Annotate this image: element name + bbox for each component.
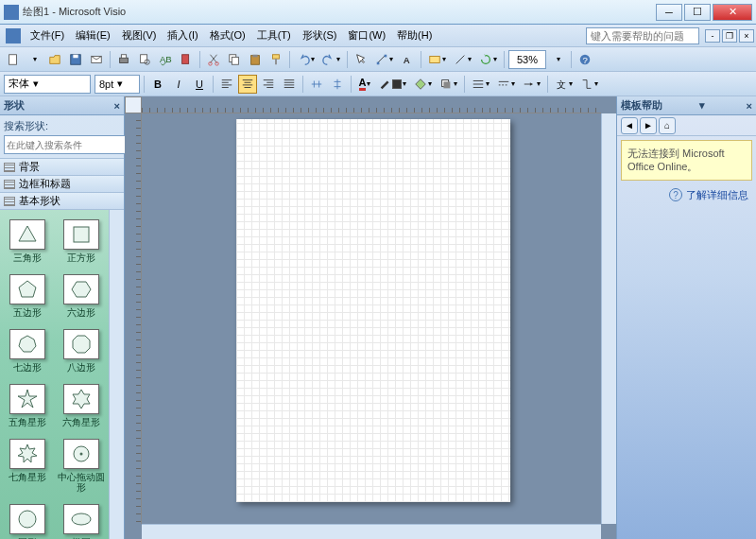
- font-name-combo[interactable]: 宋体 ▾: [4, 75, 91, 94]
- paste-button[interactable]: [246, 50, 265, 69]
- task-pane-back-button[interactable]: ◄: [621, 117, 638, 134]
- new-dropdown[interactable]: ▾: [25, 50, 43, 69]
- shape-master-square[interactable]: 正方形: [56, 216, 108, 267]
- rectangle-tool-button[interactable]: ▾: [425, 50, 449, 69]
- align-center-button[interactable]: [238, 75, 257, 94]
- zoom-dropdown[interactable]: ▾: [548, 50, 567, 69]
- menu-shape[interactable]: 形状(S): [297, 26, 343, 45]
- stencil-tab-basic[interactable]: 基本形状: [0, 193, 124, 210]
- redo-button[interactable]: ▾: [319, 50, 343, 69]
- align-right-button[interactable]: [259, 75, 278, 94]
- print-preview-button[interactable]: [135, 50, 154, 69]
- menu-window[interactable]: 窗口(W): [342, 26, 391, 45]
- svg-rect-6: [141, 54, 147, 62]
- shape-master-star5[interactable]: 五角星形: [2, 380, 54, 431]
- menu-tools[interactable]: 工具(T): [251, 26, 297, 45]
- rotate-tool-button[interactable]: ▾: [476, 50, 500, 69]
- new-button[interactable]: [4, 50, 23, 69]
- vertical-ruler[interactable]: [125, 113, 142, 524]
- spelling-button[interactable]: ABC: [156, 50, 175, 69]
- menu-bar: 文件(F) 编辑(E) 视图(V) 插入(I) 格式(O) 工具(T) 形状(S…: [0, 25, 756, 47]
- menu-help[interactable]: 帮助(H): [391, 26, 438, 45]
- task-pane-home-button[interactable]: ⌂: [659, 117, 676, 134]
- ruler-corner[interactable]: [125, 96, 142, 113]
- task-pane-details-link[interactable]: ? 了解详细信息: [617, 184, 756, 206]
- line-weight-button[interactable]: ▾: [469, 75, 492, 94]
- minimize-button[interactable]: ─: [656, 4, 682, 21]
- stencil-tab-background[interactable]: 背景: [0, 159, 124, 176]
- copy-button[interactable]: [225, 50, 244, 69]
- shape-label: 三角形: [13, 252, 42, 263]
- shape-master-ellipse[interactable]: 椭圆: [56, 500, 108, 539]
- shape-master-star7[interactable]: 七角星形: [2, 435, 54, 496]
- task-pane-dropdown-button[interactable]: ▾: [699, 99, 705, 112]
- distribute-h-button[interactable]: [307, 75, 326, 94]
- help-button[interactable]: ?: [576, 50, 594, 69]
- help-search-input[interactable]: [586, 27, 699, 44]
- task-pane-forward-button[interactable]: ►: [640, 117, 657, 134]
- shape-master-pentagon[interactable]: 五边形: [2, 270, 54, 322]
- format-painter-button[interactable]: [266, 50, 285, 69]
- shape-master-hexagon[interactable]: 六边形: [56, 270, 108, 322]
- font-color-button[interactable]: A▾: [355, 75, 374, 94]
- mdi-restore-button[interactable]: ❐: [722, 29, 737, 43]
- text-direction-button[interactable]: 文▾: [552, 75, 576, 94]
- drawing-page[interactable]: [236, 119, 510, 502]
- line-ends-button[interactable]: ▾: [520, 75, 543, 94]
- cut-button[interactable]: [204, 50, 223, 69]
- distribute-v-button[interactable]: [328, 75, 347, 94]
- menu-file[interactable]: 文件(F): [25, 26, 70, 45]
- canvas-horizontal-scrollbar[interactable]: [142, 524, 601, 539]
- bold-button[interactable]: B: [148, 75, 167, 94]
- zoom-input[interactable]: [508, 50, 546, 69]
- shape-master-center-drag[interactable]: 中心拖动圆形: [56, 435, 108, 496]
- svg-rect-13: [232, 57, 238, 64]
- fill-color-button[interactable]: ▾: [411, 75, 435, 94]
- shape-master-star6[interactable]: 六角星形: [56, 380, 108, 431]
- svg-text:A: A: [404, 55, 410, 65]
- shape-master-triangle[interactable]: 三角形: [2, 216, 54, 267]
- shape-label: 六角星形: [62, 417, 100, 427]
- task-pane-close-button[interactable]: ×: [747, 100, 752, 112]
- align-left-button[interactable]: [217, 75, 236, 94]
- shape-master-heptagon[interactable]: 七边形: [2, 325, 54, 376]
- save-button[interactable]: [66, 50, 85, 69]
- maximize-button[interactable]: ☐: [684, 4, 711, 21]
- open-button[interactable]: [45, 50, 64, 69]
- shadow-color-button[interactable]: ▾: [437, 75, 460, 94]
- line-pattern-button[interactable]: ▾: [494, 75, 518, 94]
- align-justify-button[interactable]: [280, 75, 299, 94]
- canvas-vertical-scrollbar[interactable]: [601, 113, 616, 524]
- undo-button[interactable]: ▾: [294, 50, 318, 69]
- print-button[interactable]: [114, 50, 133, 69]
- svg-rect-2: [73, 54, 77, 58]
- visio-icon[interactable]: [6, 28, 21, 43]
- menu-view[interactable]: 视图(V): [116, 26, 163, 45]
- italic-button[interactable]: I: [169, 75, 188, 94]
- shapes-panel-close-button[interactable]: ×: [114, 100, 120, 112]
- pointer-tool-button[interactable]: [352, 50, 370, 69]
- email-button[interactable]: [87, 50, 106, 69]
- mdi-minimize-button[interactable]: -: [705, 29, 720, 43]
- underline-button[interactable]: U: [190, 75, 209, 94]
- menu-insert[interactable]: 插入(I): [162, 26, 203, 45]
- stencil-tab-borders[interactable]: 边框和标题: [0, 176, 124, 193]
- shape-master-circle[interactable]: 圆形: [2, 500, 54, 539]
- shape-master-octagon[interactable]: 八边形: [56, 325, 108, 376]
- connector-tool-button[interactable]: ▾: [372, 50, 396, 69]
- canvas[interactable]: [142, 113, 601, 524]
- mdi-close-button[interactable]: ×: [739, 29, 754, 43]
- text-tool-button[interactable]: A: [398, 50, 417, 69]
- menu-edit[interactable]: 编辑(E): [70, 26, 116, 45]
- close-button[interactable]: ✕: [713, 4, 752, 21]
- shapes-scrollbar[interactable]: [109, 210, 124, 539]
- research-button[interactable]: [177, 50, 196, 69]
- line-color-button[interactable]: ▾: [376, 75, 409, 94]
- svg-rect-5: [121, 54, 126, 58]
- connector-style-button[interactable]: ▾: [577, 75, 601, 94]
- menu-format[interactable]: 格式(O): [204, 26, 251, 45]
- search-shapes-input[interactable]: [4, 135, 129, 154]
- horizontal-ruler[interactable]: [142, 96, 601, 113]
- font-size-combo[interactable]: 8pt ▾: [94, 75, 140, 94]
- line-tool-button[interactable]: ▾: [451, 50, 474, 69]
